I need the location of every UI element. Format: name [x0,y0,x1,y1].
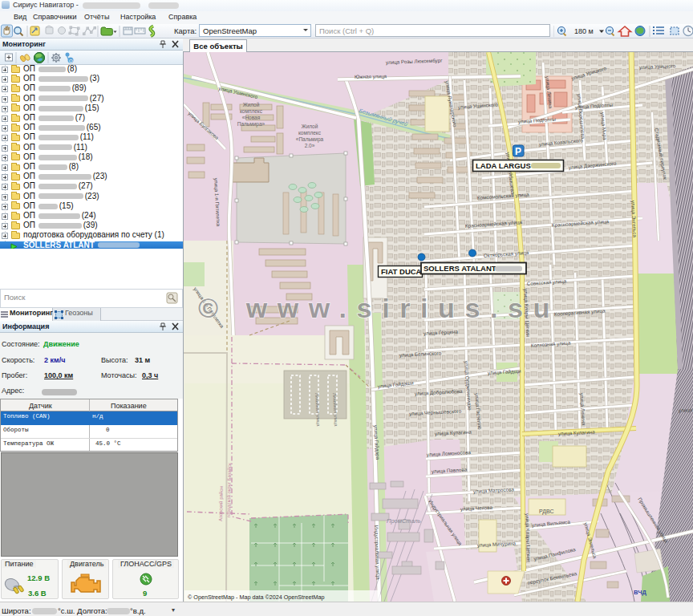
svg-text:180 м: 180 м [574,27,594,35]
svg-text:SOLLERS ATALANT: SOLLERS ATALANT [424,264,496,273]
svg-text:Пальмира»: Пальмира» [237,121,265,128]
svg-text:O: O [69,59,73,63]
svg-text:FIAT DUCAT: FIAT DUCAT [381,267,426,276]
svg-text:Жилой: Жилой [302,124,318,129]
svg-text:«Пальмира: «Пальмира [296,136,324,143]
svg-text:РДВС: РДВС [539,509,553,515]
svg-text:Жилой: Жилой [243,102,260,107]
svg-text:P: P [515,146,521,157]
svg-text:ВЧД: ВЧД [634,589,646,596]
svg-text:LADA LARGUS: LADA LARGUS [476,161,531,170]
svg-text:2.0»: 2.0» [305,143,315,148]
svg-text:«Новая: «Новая [242,115,261,120]
svg-text:© OpenStreetMap - Map data ©20: © OpenStreetMap - Map data ©2024 OpenStr… [188,594,324,601]
svg-text:городской округ Батайск: городской округ Батайск [226,463,232,517]
svg-text:© www.sirius.su: © www.sirius.su [198,293,560,323]
svg-text:комплекс: комплекс [240,108,263,114]
svg-text:комплекс: комплекс [298,130,322,136]
svg-text:Азовский район: Азовский район [218,486,224,521]
svg-text:ПромСталь: ПромСталь [387,517,421,525]
